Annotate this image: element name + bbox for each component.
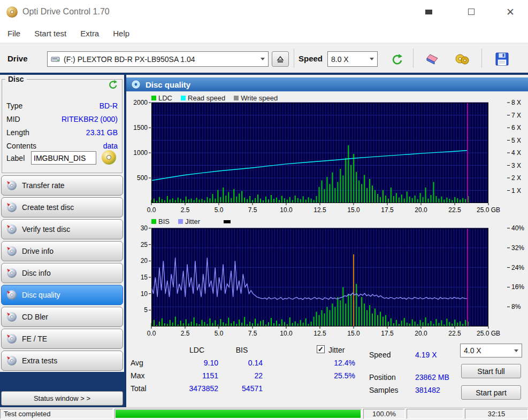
drive-select[interactable]: (F:) PLEXTOR BD-R PX-LB950SA 1.04 — [47, 51, 269, 67]
menu-extra[interactable]: Extra — [80, 29, 99, 38]
refresh-button[interactable] — [388, 52, 404, 67]
disc-group-title: Disc — [5, 75, 27, 83]
svg-text:8%: 8% — [511, 303, 521, 310]
disc-info-groupbox: Disc Type BD-R MID RITEKBR2 (000) Length… — [2, 79, 123, 173]
toolbar-separator — [413, 49, 414, 68]
max-jitter-value: 25.5% — [308, 371, 355, 380]
status-text-cell: Test completed — [0, 409, 113, 419]
sidebar-item-label: Create test disc — [22, 203, 74, 212]
svg-text:7 X: 7 X — [511, 112, 521, 119]
svg-text:20: 20 — [141, 257, 148, 265]
svg-text:15.0: 15.0 — [347, 206, 360, 214]
speed-label: Speed — [299, 54, 323, 63]
svg-text:24%: 24% — [511, 264, 524, 271]
minimize-button[interactable] — [417, 1, 440, 22]
svg-text:1000: 1000 — [133, 149, 148, 157]
sidebar-item-label: Disc quality — [22, 291, 60, 299]
menu-bar: File Start test Extra Help — [0, 24, 528, 43]
svg-text:12.5: 12.5 — [313, 330, 326, 337]
sidebar-item-disc-info[interactable]: Disc info — [1, 263, 123, 283]
sidebar-item-label: Disc info — [22, 269, 51, 277]
speed-select-arrow[interactable] — [366, 52, 377, 66]
position-stat-label: Position — [369, 373, 396, 382]
disc-contents-label: Contents — [6, 142, 36, 150]
bis-legend-swatch — [151, 219, 156, 224]
panel-title: Disc quality — [146, 80, 190, 89]
speed-select[interactable]: 8.0 X — [327, 51, 378, 67]
disc-contents-value: data — [103, 142, 118, 150]
svg-text:12.5: 12.5 — [313, 206, 326, 214]
sidebar-item-fe-te[interactable]: FE / TE — [1, 329, 123, 349]
sidebar-item-label: FE / TE — [22, 335, 47, 343]
disc-label-input[interactable] — [31, 151, 96, 165]
disc-type-value: BD-R — [100, 102, 118, 110]
drive-label: Drive — [7, 54, 28, 63]
close-icon: ✕ — [506, 7, 515, 17]
sidebar-item-disc-quality[interactable]: Disc quality — [1, 285, 123, 305]
max-row-label: Max — [131, 371, 144, 380]
opti-drive-control-window: { "window": {"title": "Opti Drive Contro… — [0, 0, 528, 420]
sidebar-item-transfer-rate[interactable]: Transfer rate — [1, 175, 123, 196]
refresh-icon — [390, 53, 403, 65]
elapsed-time: 32:15 — [465, 409, 528, 419]
menu-start-test[interactable]: Start test — [34, 29, 66, 38]
disc-length-value: 23.31 GB — [86, 128, 118, 137]
disc-icon — [7, 224, 17, 234]
samples-stat-value: 381482 — [415, 386, 440, 394]
start-full-button[interactable]: Start full — [461, 364, 521, 378]
disc-icon — [7, 312, 17, 322]
maximize-button[interactable] — [460, 1, 483, 22]
test-speed-select[interactable]: 4.0 X — [460, 344, 522, 357]
speed-stat-label: Speed — [369, 351, 391, 359]
total-bis-value: 54571 — [221, 384, 263, 393]
toolbar-separator — [294, 49, 294, 68]
maximize-icon — [468, 9, 475, 15]
toolbar: Drive (F:) PLEXTOR BD-R PX-LB950SA 1.04 … — [0, 43, 528, 73]
sidebar-item-verify-test-disc[interactable]: Verify test disc — [1, 219, 123, 239]
svg-text:2000: 2000 — [133, 99, 148, 106]
save-results-button[interactable] — [493, 51, 510, 67]
menu-help[interactable]: Help — [113, 29, 129, 38]
menu-file[interactable]: File — [7, 29, 20, 38]
eject-button[interactable] — [272, 51, 289, 67]
total-ldc-value: 3473852 — [175, 384, 218, 393]
svg-text:7.5: 7.5 — [248, 330, 257, 337]
test-speed-select-arrow[interactable] — [511, 344, 522, 357]
svg-text:15: 15 — [141, 274, 148, 281]
svg-text:32%: 32% — [511, 244, 524, 252]
erase-disc-button[interactable] — [424, 52, 441, 67]
max-ldc-value: 1151 — [175, 371, 218, 380]
svg-text:2.5: 2.5 — [181, 330, 190, 337]
start-part-button[interactable]: Start part — [461, 385, 521, 400]
disc-tools-button[interactable] — [454, 52, 471, 67]
svg-text:17.5: 17.5 — [381, 330, 394, 337]
legend-marker — [224, 220, 231, 223]
disc-label-button[interactable] — [102, 150, 116, 165]
jitter-column-header: Jitter — [328, 346, 345, 354]
sidebar-item-create-test-disc[interactable]: Create test disc — [1, 197, 123, 217]
sidebar-item-drive-info[interactable]: Drive info — [1, 241, 123, 261]
status-spacer-cell — [407, 409, 463, 419]
disc-mid-value: RITEKBR2 (000) — [62, 115, 118, 123]
refresh-disc-button[interactable] — [107, 80, 119, 90]
disc-mid-label: MID — [6, 115, 20, 123]
svg-text:1500: 1500 — [133, 124, 148, 131]
svg-text:30: 30 — [141, 225, 148, 232]
title-bar: Opti Drive Control 1.70 ✕ — [0, 0, 528, 24]
ldc-read-speed-chart: 5001000150020008 X7 X6 X5 X4 X3 X2 X1 X0… — [126, 99, 528, 216]
sidebar-item-cd-bler[interactable]: CD Bler — [1, 307, 123, 327]
drive-select-arrow[interactable] — [257, 52, 268, 66]
toolbar-separator — [481, 49, 482, 68]
status-window-button[interactable]: Status window > > — [1, 391, 123, 406]
close-button[interactable]: ✕ — [499, 1, 522, 22]
status-bar: Test completed 100.0% 32:15 — [0, 407, 528, 420]
disc-quality-panel: Disc quality LDC Read speed Write speed … — [126, 75, 528, 407]
disc-icon — [7, 334, 17, 344]
disc-icon — [7, 203, 17, 212]
sidebar-item-extra-tests[interactable]: Extra tests — [1, 351, 123, 371]
app-icon — [6, 6, 18, 18]
jitter-checkbox[interactable] — [317, 345, 325, 353]
progress-percent: 100.0% — [363, 409, 405, 419]
progress-fill — [116, 410, 361, 418]
disc-icon — [7, 246, 17, 256]
